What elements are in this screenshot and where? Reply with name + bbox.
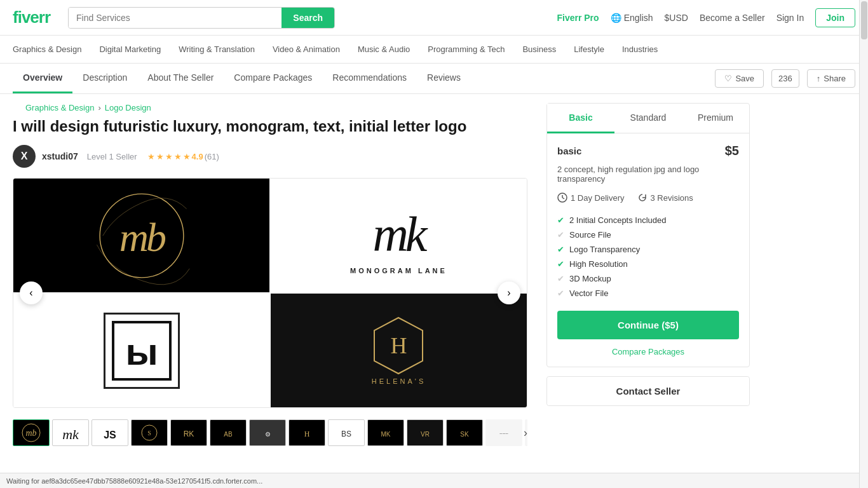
sign-in-link[interactable]: Sign In	[776, 13, 804, 23]
gallery-prev-button[interactable]: ‹	[20, 281, 43, 304]
thumbnail-5[interactable]: RK	[170, 419, 207, 446]
tab-premium[interactable]: Premium	[682, 104, 749, 133]
share-button[interactable]: ↑ Share	[807, 69, 855, 88]
thumbnail-13[interactable]: ~~~	[485, 419, 522, 446]
language-selector[interactable]: 🌐 English	[611, 13, 653, 23]
svg-text:BS: BS	[341, 430, 351, 438]
feature-mockup: ✔ 3D Mockup	[557, 271, 739, 286]
thumbnail-1[interactable]: mb	[13, 419, 50, 446]
revisions-label: 3 Revisions	[651, 193, 693, 203]
cat-business[interactable]: Business	[522, 44, 556, 54]
tab-overview[interactable]: Overview	[13, 64, 72, 93]
sub-nav: Overview Description About The Seller Co…	[0, 64, 868, 94]
continue-button[interactable]: Continue ($5)	[557, 311, 739, 339]
tab-compare-packages[interactable]: Compare Packages	[224, 64, 322, 93]
currency-selector[interactable]: $USD	[665, 13, 688, 23]
contact-card: Contact Seller	[546, 376, 750, 406]
save-label: Save	[735, 74, 754, 83]
cat-industries[interactable]: Industries	[622, 44, 658, 54]
become-seller-link[interactable]: Become a Seller	[700, 13, 765, 23]
helena-hexagon: H	[373, 316, 424, 375]
gallery-next-button[interactable]: ›	[498, 281, 520, 304]
join-button[interactable]: Join	[815, 8, 855, 27]
search-input[interactable]	[69, 8, 281, 28]
thumbnail-8[interactable]: H	[288, 419, 325, 446]
thumbnail-3[interactable]: JS	[92, 419, 128, 446]
package-meta: 1 Day Delivery 3 Revisions	[557, 193, 739, 203]
check-mockup: ✔	[557, 274, 564, 283]
thumbnail-4[interactable]: S	[131, 419, 168, 446]
sub-nav-actions: ♡ Save 236 ↑ Share	[715, 69, 855, 88]
fiverr-pro-link[interactable]: Fiverr Pro	[557, 13, 599, 23]
check-vector: ✔	[557, 288, 564, 298]
thumbnail-12[interactable]: SK	[446, 419, 483, 446]
star-3: ★	[165, 152, 173, 161]
feature-vector: ✔ Vector File	[557, 286, 739, 301]
square-logo: ы	[104, 313, 180, 389]
gig-title: I will design futuristic luxury, monogra…	[13, 116, 527, 136]
sub-nav-tabs: Overview Description About The Seller Co…	[13, 64, 715, 93]
delivery-info: 1 Day Delivery	[557, 193, 625, 203]
cat-programming-tech[interactable]: Programming & Tech	[428, 44, 505, 54]
category-nav: Graphics & Design Digital Marketing Writ…	[0, 36, 868, 64]
contact-seller-button[interactable]: Contact Seller	[547, 377, 749, 405]
cat-writing-translation[interactable]: Writing & Translation	[179, 44, 255, 54]
check-concepts: ✔	[557, 215, 564, 225]
feature-transparency: ✔ Logo Transparency	[557, 242, 739, 257]
svg-text:AB: AB	[224, 431, 233, 438]
svg-text:JS: JS	[104, 430, 116, 440]
svg-text:ы: ы	[125, 330, 158, 373]
package-body: basic $5 2 concept, high regulation jpg …	[547, 133, 749, 367]
check-source: ✔	[557, 230, 564, 240]
cat-digital-marketing[interactable]: Digital Marketing	[99, 44, 161, 54]
scrollbar-track[interactable]	[859, 0, 868, 450]
rating-number: 4.9	[192, 152, 203, 161]
svg-text:mb: mb	[25, 428, 36, 438]
helena-name-text: HELENA'S	[372, 377, 426, 385]
tab-about-seller[interactable]: About The Seller	[137, 64, 224, 93]
gallery-item-4: H HELENA'S	[271, 294, 527, 407]
thumbnail-10[interactable]: MK	[367, 419, 404, 446]
feature-mockup-label: 3D Mockup	[569, 274, 611, 283]
thumbnail-9[interactable]: BS	[328, 419, 365, 446]
cat-graphics-design[interactable]: Graphics & Design	[13, 44, 81, 54]
tab-standard[interactable]: Standard	[614, 104, 682, 133]
refresh-icon	[637, 193, 648, 203]
globe-icon: 🌐	[611, 13, 621, 23]
thumbnail-6[interactable]: AB	[210, 419, 247, 446]
seller-name[interactable]: xstudi07	[42, 151, 78, 161]
star-4: ★	[174, 152, 182, 161]
cat-music-audio[interactable]: Music & Audio	[358, 44, 410, 54]
search-button[interactable]: Search	[281, 8, 334, 28]
left-column: Graphics & Design › Logo Design I will d…	[13, 94, 527, 450]
save-button[interactable]: ♡ Save	[715, 69, 764, 88]
check-transparency: ✔	[557, 245, 564, 254]
breadcrumb-category[interactable]: Graphics & Design	[25, 103, 94, 112]
thumbnail-7[interactable]: ⚙	[249, 419, 286, 446]
scrollbar-thumb[interactable]	[861, 1, 867, 39]
revisions-info: 3 Revisions	[637, 193, 693, 203]
delivery-label: 1 Day Delivery	[571, 193, 625, 203]
tab-reviews[interactable]: Reviews	[417, 64, 471, 93]
compare-packages-link[interactable]: Compare Packages	[557, 347, 739, 356]
cat-lifestyle[interactable]: Lifestyle	[574, 44, 604, 54]
thumbnail-11[interactable]: VR	[407, 419, 444, 446]
breadcrumb-subcategory[interactable]: Logo Design	[105, 103, 151, 112]
monogram-lane-text: MONOGRAM LANE	[350, 267, 447, 274]
main-layout: Graphics & Design › Logo Design I will d…	[0, 94, 763, 450]
thumbnail-2[interactable]: mk	[52, 419, 89, 446]
mb-logo: mb	[91, 185, 193, 287]
gallery-item-3: ы	[13, 294, 269, 407]
breadcrumb-separator: ›	[98, 103, 100, 112]
tab-description[interactable]: Description	[72, 64, 137, 93]
cat-video-animation[interactable]: Video & Animation	[273, 44, 340, 54]
tab-recommendations[interactable]: Recommendations	[322, 64, 417, 93]
star-2: ★	[156, 152, 164, 161]
package-tabs: Basic Standard Premium	[547, 104, 749, 133]
save-count: 236	[771, 69, 799, 88]
thumbnails-next-arrow[interactable]: ›	[524, 426, 527, 440]
star-5: ★	[183, 152, 191, 161]
tab-basic[interactable]: Basic	[547, 104, 614, 133]
fiverr-logo[interactable]: fiverr	[13, 8, 50, 27]
language-label: English	[624, 13, 653, 23]
